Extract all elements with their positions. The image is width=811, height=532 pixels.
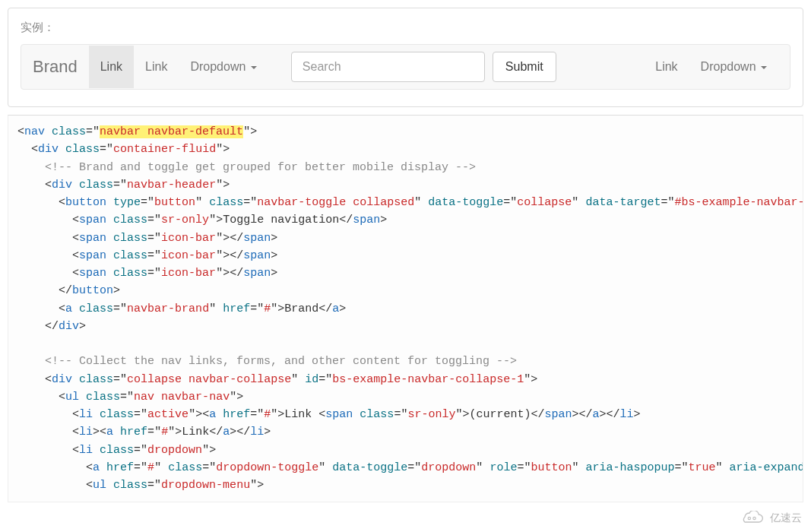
nav-item-dropdown-left[interactable]: Dropdown <box>179 46 268 88</box>
navbar: Brand Link Link Dropdown Submit Link Dro… <box>21 44 790 90</box>
nav-item-dropdown-right[interactable]: Dropdown <box>689 46 778 88</box>
code-attr: collapse <box>517 196 572 209</box>
code-text: Link <box>284 408 312 421</box>
dropdown-label: Dropdown <box>190 60 246 73</box>
code-block: <nav class="navbar navbar-default"> <div… <box>8 115 803 502</box>
search-input[interactable] <box>291 52 485 82</box>
code-text: Brand <box>284 302 318 315</box>
nav-link-active[interactable]: Link <box>89 46 134 88</box>
navbar-form: Submit <box>291 52 556 82</box>
code-comment: <!-- Collect the nav links, forms, and o… <box>45 355 517 368</box>
code-attr: dropdown-menu <box>161 479 250 492</box>
code-attr: navbar-brand <box>127 302 209 315</box>
code-text: (current) <box>469 408 531 421</box>
code-attr: sr-only <box>407 408 455 421</box>
example-panel: 实例： Brand Link Link Dropdown Submit Link… <box>8 8 803 107</box>
dropdown-label-right: Dropdown <box>701 60 756 73</box>
code-attr: # <box>147 461 154 474</box>
code-attr: dropdown-toggle <box>216 461 318 474</box>
code-attr: true <box>689 461 716 474</box>
code-attr: dropdown <box>147 444 202 457</box>
code-attr: button <box>154 196 195 209</box>
code-attr: icon-bar <box>161 249 216 262</box>
caret-down-icon <box>251 66 257 69</box>
example-label: 实例： <box>21 21 790 35</box>
nav-left: Link Link Dropdown <box>89 46 268 88</box>
nav-link[interactable]: Link <box>134 46 179 88</box>
code-attr: # <box>264 302 271 315</box>
submit-button[interactable]: Submit <box>493 52 556 82</box>
code-attr: active <box>147 408 188 421</box>
code-attr: navbar-header <box>127 179 216 192</box>
nav-item-link-right[interactable]: Link <box>644 46 689 88</box>
code-attr: #bs-example-navbar-collapse-1 <box>674 196 803 209</box>
code-attr: icon-bar <box>161 267 216 280</box>
code-attr: # <box>264 408 271 421</box>
code-attr: bs-example-navbar-collapse-1 <box>332 373 524 386</box>
nav-link-right[interactable]: Link <box>644 46 689 88</box>
code-attr: sr-only <box>161 214 209 226</box>
caret-down-icon <box>761 66 767 69</box>
code-attr: collapse navbar-collapse <box>127 373 291 386</box>
code-attr: # <box>161 426 168 439</box>
nav-right: Link Dropdown <box>644 46 778 88</box>
nav-dropdown-toggle-right[interactable]: Dropdown <box>689 46 778 88</box>
code-attr: container-fluid <box>113 143 216 156</box>
nav-item-link-2[interactable]: Link <box>134 46 179 88</box>
nav-dropdown-toggle[interactable]: Dropdown <box>179 46 268 88</box>
nav-item-link-1[interactable]: Link <box>89 46 134 88</box>
code-attr: dropdown <box>421 461 476 474</box>
code-attr: button <box>531 461 572 474</box>
navbar-brand[interactable]: Brand <box>33 46 89 88</box>
code-comment: <!-- Brand and toggle get grouped for be… <box>45 161 476 174</box>
code-attr: nav navbar-nav <box>134 391 230 404</box>
code-attr: navbar-toggle collapsed <box>257 196 414 209</box>
code-text: Toggle navigation <box>223 214 339 226</box>
highlighted-class: navbar navbar-default <box>100 125 243 138</box>
code-text: Link <box>182 426 209 439</box>
code-attr: icon-bar <box>161 232 216 245</box>
